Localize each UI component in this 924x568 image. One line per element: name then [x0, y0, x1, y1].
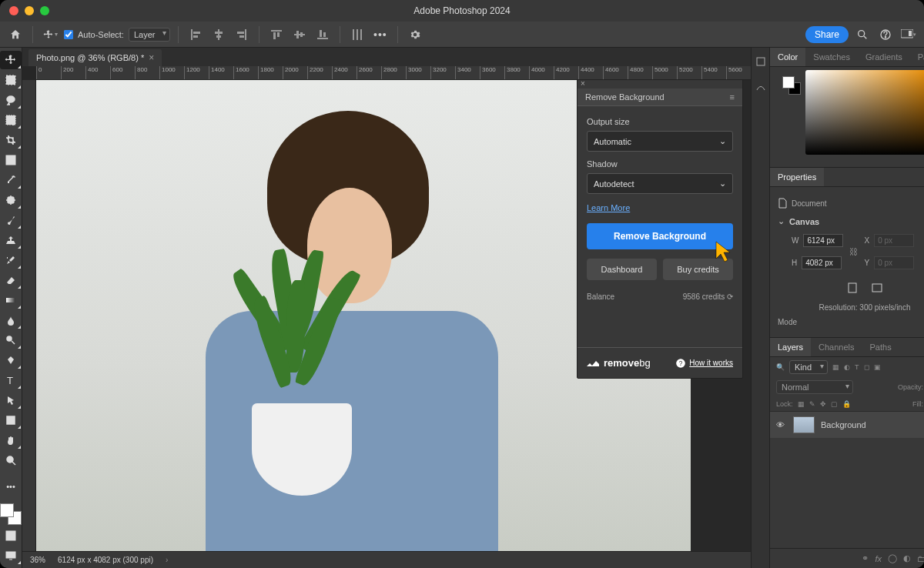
lasso-tool[interactable]: [0, 91, 22, 109]
clone-stamp-tool[interactable]: [0, 231, 22, 249]
gradient-tool[interactable]: [0, 291, 22, 309]
pen-tool[interactable]: [0, 351, 22, 369]
edit-toolbar[interactable]: •••: [0, 477, 22, 496]
help-icon[interactable]: [876, 25, 895, 44]
hand-tool[interactable]: [0, 431, 22, 449]
color-fg-bg-swatch[interactable]: [782, 76, 801, 95]
orientation-portrait-icon[interactable]: [843, 279, 862, 297]
lock-transparent-icon[interactable]: ▦: [798, 400, 805, 408]
adjustment-icon[interactable]: ◐: [903, 553, 911, 563]
ruler-horizontal[interactable]: 0200400600800100012001400160018002000220…: [36, 66, 751, 80]
eyedropper-tool[interactable]: [0, 171, 22, 189]
tab-channels[interactable]: Channels: [811, 338, 862, 356]
path-select-tool[interactable]: [0, 391, 22, 409]
fx-icon[interactable]: fx: [875, 554, 882, 563]
lock-artboard-icon[interactable]: ▢: [831, 400, 838, 408]
group-icon[interactable]: 🗀: [917, 554, 924, 563]
zoom-tool[interactable]: [0, 451, 22, 469]
workspace-icon[interactable]: ▾: [899, 25, 918, 44]
type-tool[interactable]: T: [0, 371, 22, 389]
dashboard-button[interactable]: Dashboard: [587, 259, 657, 280]
dodge-tool[interactable]: [0, 331, 22, 349]
visibility-icon[interactable]: 👁: [776, 420, 787, 429]
lock-image-icon[interactable]: ✎: [809, 400, 815, 408]
auto-select-checkbox[interactable]: [64, 30, 73, 39]
width-input[interactable]: [803, 234, 843, 247]
object-select-tool[interactable]: [0, 111, 22, 129]
remove-background-button[interactable]: Remove Background: [587, 223, 733, 249]
filter-pixel-icon[interactable]: ▦: [832, 363, 839, 371]
lock-position-icon[interactable]: ✥: [820, 400, 826, 408]
blend-mode-select[interactable]: Normal: [776, 380, 853, 394]
history-brush-tool[interactable]: [0, 251, 22, 269]
panel-menu-icon[interactable]: ≡: [730, 92, 735, 102]
canvas-section[interactable]: ⌄ Canvas: [778, 212, 924, 231]
link-layers-icon[interactable]: ⚭: [862, 553, 869, 563]
home-button[interactable]: [6, 25, 25, 44]
distribute-icon[interactable]: [348, 25, 367, 44]
filter-icon[interactable]: 🔍: [776, 363, 785, 371]
panel-close-icon[interactable]: ×: [581, 80, 585, 88]
marquee-tool[interactable]: [0, 71, 22, 89]
blur-tool[interactable]: [0, 311, 22, 329]
zoom-level[interactable]: 36%: [30, 556, 45, 564]
auto-select-dropdown[interactable]: Layer: [129, 27, 170, 42]
gear-icon[interactable]: [406, 25, 424, 44]
filter-shape-icon[interactable]: ◻: [864, 363, 869, 371]
tab-paths[interactable]: Paths: [862, 338, 899, 356]
filter-adjust-icon[interactable]: ◐: [844, 363, 850, 371]
shape-tool[interactable]: [0, 411, 22, 429]
status-chevron-icon[interactable]: ›: [166, 556, 168, 564]
link-icon[interactable]: ⛓: [849, 247, 858, 256]
tab-properties[interactable]: Properties: [770, 168, 824, 186]
more-options-icon[interactable]: •••: [371, 25, 390, 44]
eraser-tool[interactable]: [0, 271, 22, 289]
align-center-h-icon[interactable]: [209, 25, 228, 44]
color-field[interactable]: [805, 70, 924, 155]
how-it-works-link[interactable]: ? How it works: [675, 358, 733, 369]
tab-gradients[interactable]: Gradients: [858, 48, 910, 66]
quick-mask[interactable]: [0, 526, 22, 545]
align-bottom-icon[interactable]: [313, 25, 332, 44]
layer-background[interactable]: 👁 Background 🔒: [770, 411, 924, 438]
tab-patterns[interactable]: Patterns: [910, 48, 924, 66]
filter-smart-icon[interactable]: ▣: [874, 363, 881, 371]
learn-more-link[interactable]: Learn More: [587, 203, 733, 212]
close-tab-icon[interactable]: ×: [149, 52, 154, 63]
doc-dimensions[interactable]: 6124 px x 4082 px (300 ppi): [58, 556, 153, 564]
color-swatches[interactable]: [0, 503, 22, 525]
healing-tool[interactable]: [0, 191, 22, 209]
tab-swatches[interactable]: Swatches: [805, 48, 858, 66]
brush-tool[interactable]: [0, 211, 22, 229]
move-tool[interactable]: [0, 51, 22, 69]
orientation-landscape-icon[interactable]: [868, 279, 886, 297]
share-button[interactable]: Share: [805, 26, 849, 43]
align-left-icon[interactable]: [186, 25, 205, 44]
file-tab[interactable]: Photo.png @ 36% (RGB/8) * ×: [28, 49, 162, 66]
tab-layers[interactable]: Layers: [770, 338, 811, 356]
align-right-icon[interactable]: [233, 25, 251, 44]
layer-thumbnail[interactable]: [793, 416, 815, 433]
refresh-icon[interactable]: ⟳: [727, 292, 733, 301]
tab-color[interactable]: Color: [770, 48, 805, 66]
align-middle-icon[interactable]: [290, 25, 309, 44]
canvas[interactable]: × Remove Background ≡ Output size Automa…: [36, 80, 751, 551]
dock-icon-1[interactable]: [752, 52, 770, 71]
height-input[interactable]: [802, 256, 842, 269]
mask-icon[interactable]: ◯: [888, 553, 897, 563]
filter-type-icon[interactable]: T: [855, 363, 859, 371]
close-window[interactable]: [9, 6, 18, 15]
crop-tool[interactable]: [0, 131, 22, 149]
dock-icon-2[interactable]: [752, 79, 770, 97]
lock-all-icon[interactable]: 🔒: [842, 400, 851, 408]
frame-tool[interactable]: [0, 151, 22, 169]
output-size-select[interactable]: Automatic⌄: [587, 131, 733, 152]
screen-mode[interactable]: [0, 546, 22, 565]
shadow-select[interactable]: Autodetect⌄: [587, 173, 733, 194]
minimize-window[interactable]: [25, 6, 34, 15]
maximize-window[interactable]: [40, 6, 49, 15]
align-top-icon[interactable]: [267, 25, 286, 44]
search-icon[interactable]: [853, 25, 872, 44]
ruler-vertical[interactable]: [22, 80, 36, 551]
kind-filter[interactable]: Kind: [789, 360, 828, 374]
